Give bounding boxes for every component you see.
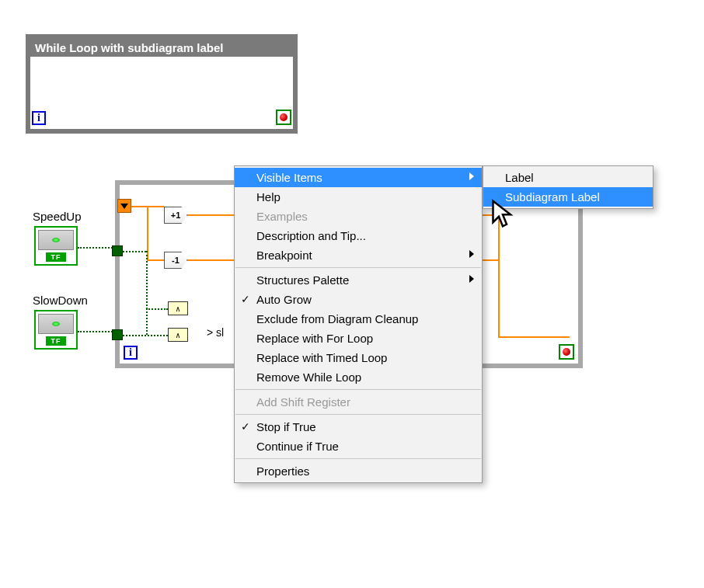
bool-button-icon[interactable] (38, 314, 74, 334)
check-icon: ✓ (241, 293, 250, 305)
menu-item-stop-if-true[interactable]: ✓ Stop if True (235, 417, 482, 437)
menu-label: Auto Grow (256, 293, 312, 306)
wire (78, 247, 113, 249)
led-icon (52, 322, 60, 326)
submenu-arrow-icon (469, 172, 474, 180)
menu-item-examples: Examples (235, 207, 482, 226)
iteration-terminal-icon[interactable]: i (32, 111, 46, 125)
menu-item-replace-timed-loop[interactable]: Replace with Timed Loop (235, 348, 482, 367)
menu-separator (235, 389, 481, 390)
submenu-arrow-icon (469, 275, 474, 283)
menu-label: Remove While Loop (256, 371, 361, 384)
bool-frame: TF (34, 310, 78, 350)
stop-terminal-icon[interactable] (559, 344, 574, 360)
submenu-arrow-icon (469, 250, 474, 258)
and-text: ∧ (176, 331, 180, 339)
bool-button-icon[interactable] (38, 230, 74, 250)
wire (498, 214, 500, 337)
and-node-icon[interactable]: ∧ (168, 301, 188, 315)
menu-separator (235, 267, 481, 268)
menu-label: Properties (256, 464, 309, 478)
menu-label: Replace with Timed Loop (256, 351, 387, 364)
submenu-item-label[interactable]: Label (483, 168, 653, 187)
menu-item-breakpoint[interactable]: Breakpoint (235, 245, 482, 265)
menu-label: Exclude from Diagram Cleanup (256, 312, 418, 325)
wire (123, 335, 168, 336)
menu-separator (235, 414, 481, 415)
menu-item-visible-items[interactable]: Visible Items (235, 168, 482, 187)
menu-label: Subdiagram Label (505, 190, 600, 204)
menu-item-exclude-cleanup[interactable]: Exclude from Diagram Cleanup (235, 309, 482, 329)
tf-badge: TF (46, 252, 66, 262)
menu-label: Examples (256, 210, 308, 223)
and-node-icon[interactable]: ∧ (168, 328, 188, 342)
wire (147, 259, 164, 261)
menu-item-properties[interactable]: Properties (235, 461, 482, 481)
top-loop-body: i (30, 57, 293, 127)
led-icon (52, 238, 60, 242)
increment-node-icon[interactable]: +1 (164, 207, 187, 224)
wire (78, 331, 113, 332)
decrement-text: -1 (172, 256, 179, 265)
wire (146, 308, 168, 310)
iteration-glyph: i (37, 112, 40, 124)
menu-item-continue-if-true[interactable]: Continue if True (235, 437, 482, 456)
menu-item-add-shift-register: Add Shift Register (235, 392, 482, 412)
menu-item-replace-for-loop[interactable]: Replace with For Loop (235, 329, 482, 348)
bool-frame: TF (34, 226, 78, 266)
menu-label: Add Shift Register (256, 395, 350, 409)
wire (146, 308, 148, 335)
menu-separator (235, 458, 481, 459)
speedup-label: SpeedUp (33, 210, 79, 223)
slowdown-control[interactable]: SlowDown TF (33, 294, 79, 350)
submenu-item-subdiagram-label[interactable]: Subdiagram Label (483, 187, 653, 207)
tunnel-icon[interactable] (112, 329, 123, 340)
tf-badge: TF (46, 336, 66, 346)
subdiagram-label: While Loop with subdiagram label (30, 39, 293, 57)
menu-item-structures-palette[interactable]: Structures Palette (235, 270, 482, 290)
visible-items-submenu[interactable]: Label Subdiagram Label (483, 165, 653, 209)
iteration-terminal-icon[interactable]: i (124, 346, 138, 360)
menu-item-help[interactable]: Help (235, 187, 482, 207)
menu-label: Replace with For Loop (256, 332, 373, 345)
top-while-loop[interactable]: While Loop with subdiagram label i (26, 34, 298, 134)
menu-item-description-tip[interactable]: Description and Tip... (235, 226, 482, 245)
menu-label: Stop if True (256, 420, 316, 433)
wire (123, 251, 146, 252)
menu-item-remove-while-loop[interactable]: Remove While Loop (235, 367, 482, 387)
menu-item-auto-grow[interactable]: ✓ Auto Grow (235, 290, 482, 309)
check-icon: ✓ (241, 420, 250, 433)
menu-label: Label (505, 171, 534, 184)
slowdown-label: SlowDown (33, 294, 79, 307)
menu-label: Continue if True (256, 440, 339, 453)
menu-label: Breakpoint (256, 249, 312, 262)
speedup-control[interactable]: SpeedUp TF (33, 210, 79, 266)
context-menu[interactable]: Visible Items Help Examples Description … (234, 165, 483, 483)
menu-label: Description and Tip... (256, 229, 366, 242)
shift-register-icon[interactable] (117, 199, 131, 213)
stop-terminal-icon[interactable] (276, 110, 291, 125)
menu-label: Help (256, 190, 281, 204)
menu-label: Structures Palette (256, 273, 349, 287)
wire (498, 336, 570, 338)
increment-text: +1 (171, 210, 181, 220)
truncated-label: > sl (207, 326, 224, 339)
decrement-node-icon[interactable]: -1 (164, 252, 187, 269)
wire (146, 251, 148, 309)
iteration-glyph: i (129, 346, 132, 359)
menu-label: Visible Items (256, 171, 322, 184)
tunnel-icon[interactable] (112, 245, 123, 256)
and-text: ∧ (176, 304, 180, 313)
